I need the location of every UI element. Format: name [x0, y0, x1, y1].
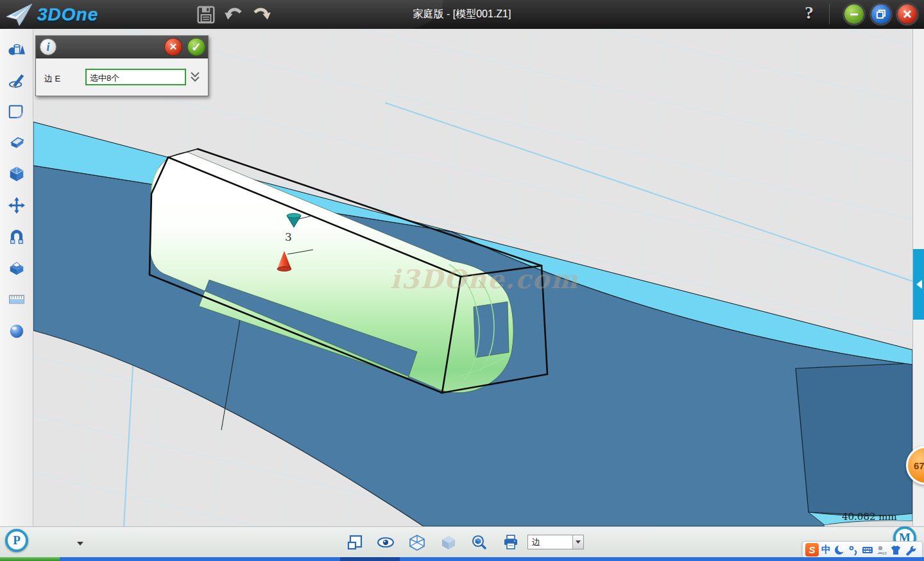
- os-taskbar-edge[interactable]: [0, 557, 924, 561]
- eraser-icon[interactable]: [8, 134, 26, 151]
- restore-button[interactable]: [871, 4, 891, 24]
- svg-text:19: 19: [882, 551, 887, 555]
- statusbar: P 边 M: [0, 526, 924, 557]
- scale-indicator: 40.082 mm: [842, 511, 897, 522]
- panel-collapse-tab[interactable]: [913, 249, 924, 320]
- render-sphere-icon[interactable]: [8, 322, 26, 340]
- primitives-icon[interactable]: [8, 40, 26, 58]
- layout-corner-icon[interactable]: [346, 534, 363, 551]
- dropdown-arrow-button[interactable]: [572, 535, 583, 549]
- soft-keyboard-icon[interactable]: [862, 544, 873, 556]
- taskbar-segment[interactable]: [60, 557, 340, 561]
- halfwidth-moon-icon[interactable]: [834, 544, 845, 556]
- taskbar-active-segment[interactable]: [340, 557, 400, 561]
- taskbar-segment[interactable]: [400, 557, 924, 561]
- shaded-cube-icon[interactable]: [440, 534, 457, 551]
- collapse-left-arrow-icon: [916, 280, 922, 289]
- combine-box-icon[interactable]: [8, 259, 26, 277]
- account-person-icon[interactable]: 19: [876, 544, 887, 556]
- help-button[interactable]: ?: [805, 3, 814, 23]
- cancel-button[interactable]: ✕: [165, 39, 182, 55]
- wireframe-cube-icon[interactable]: [409, 534, 425, 551]
- watermark-text: i3DOne.com: [390, 264, 579, 294]
- edge-selection-input[interactable]: 选中8个: [85, 69, 186, 85]
- close-button[interactable]: [898, 4, 917, 24]
- visibility-eye-icon[interactable]: [377, 534, 394, 551]
- window-title: 家庭版 - [模型001.Z1]: [0, 8, 924, 21]
- magnet-icon[interactable]: [8, 228, 26, 246]
- print-icon[interactable]: [502, 534, 519, 551]
- measure-icon[interactable]: [8, 290, 26, 308]
- display-mode-value: 边: [528, 537, 572, 548]
- profile-caret-icon[interactable]: [77, 542, 83, 546]
- titlebar-separator: [829, 4, 830, 24]
- skin-shirt-icon[interactable]: [890, 544, 902, 556]
- double-chevron-down-icon[interactable]: [190, 71, 200, 83]
- info-icon: i: [40, 39, 56, 55]
- punctuation-icon[interactable]: [848, 544, 859, 556]
- ime-toolbar: S 中 19: [802, 541, 923, 558]
- solid-cube-icon[interactable]: [8, 165, 26, 183]
- display-mode-dropdown[interactable]: 边: [527, 535, 584, 549]
- edge-selection-dialog: i ✕ ✓ 边 E 选中8个: [35, 35, 209, 96]
- settings-wrench-icon[interactable]: [904, 544, 916, 556]
- sogou-logo[interactable]: S: [805, 543, 819, 557]
- dialog-body: 边 E 选中8个: [36, 58, 208, 96]
- titlebar: 3DOne 家庭版 - [模型001.Z1] ?: [0, 0, 924, 29]
- chinese-mode-label[interactable]: 中: [821, 544, 831, 556]
- minimize-button[interactable]: [844, 4, 864, 24]
- zoom-search-icon[interactable]: [471, 534, 488, 551]
- sketch-pencil-icon[interactable]: [8, 71, 26, 89]
- profile-badge[interactable]: P: [5, 529, 28, 552]
- fillet-radius-value: 3: [285, 230, 292, 243]
- radius-handle-red-base[interactable]: [277, 267, 291, 272]
- base-solid-side-face[interactable]: [796, 363, 912, 517]
- taskbar-start-segment[interactable]: [0, 557, 60, 561]
- tool-sidebar: [0, 29, 33, 526]
- move-arrows-icon[interactable]: [8, 196, 26, 214]
- edge-field-label: 边 E: [44, 73, 60, 85]
- plane-icon[interactable]: [8, 103, 26, 121]
- radius-handle-teal-base[interactable]: [287, 214, 301, 218]
- confirm-button[interactable]: ✓: [188, 39, 205, 55]
- dialog-header[interactable]: i ✕ ✓: [36, 36, 208, 58]
